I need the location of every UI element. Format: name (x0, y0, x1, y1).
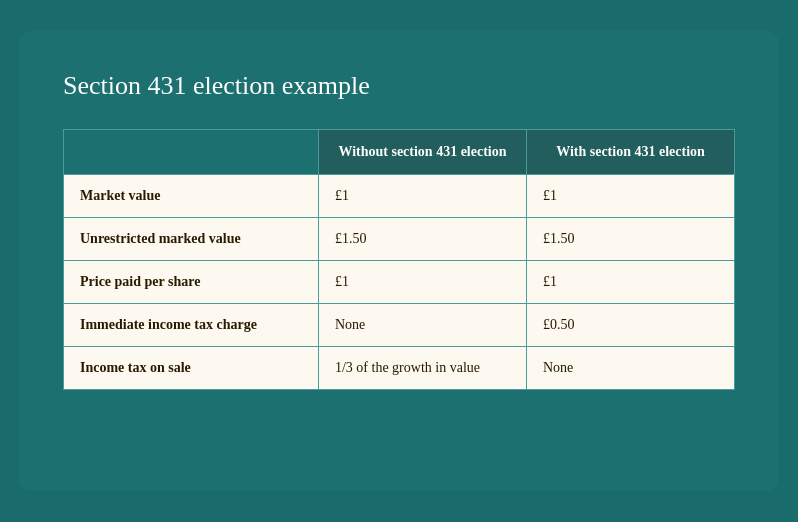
row-without: £1.50 (318, 218, 526, 261)
page-title: Section 431 election example (63, 71, 735, 101)
row-with: £1 (526, 175, 734, 218)
row-without: £1 (318, 261, 526, 304)
table-row: Unrestricted marked value£1.50£1.50 (64, 218, 735, 261)
table-row: Market value£1£1 (64, 175, 735, 218)
row-without: £1 (318, 175, 526, 218)
row-without: None (318, 304, 526, 347)
comparison-table: Without section 431 election With sectio… (63, 129, 735, 390)
col-header-empty (64, 130, 319, 175)
row-label: Market value (64, 175, 319, 218)
row-label: Unrestricted marked value (64, 218, 319, 261)
col-header-without: Without section 431 election (318, 130, 526, 175)
row-label: Income tax on sale (64, 347, 319, 390)
table-row: Price paid per share£1£1 (64, 261, 735, 304)
table-row: Income tax on sale1/3 of the growth in v… (64, 347, 735, 390)
row-with: None (526, 347, 734, 390)
row-label: Price paid per share (64, 261, 319, 304)
row-with: £0.50 (526, 304, 734, 347)
row-label: Immediate income tax charge (64, 304, 319, 347)
card: Section 431 election example Without sec… (19, 31, 779, 491)
row-with: £1 (526, 261, 734, 304)
col-header-with: With section 431 election (526, 130, 734, 175)
row-with: £1.50 (526, 218, 734, 261)
row-without: 1/3 of the growth in value (318, 347, 526, 390)
table-row: Immediate income tax chargeNone£0.50 (64, 304, 735, 347)
